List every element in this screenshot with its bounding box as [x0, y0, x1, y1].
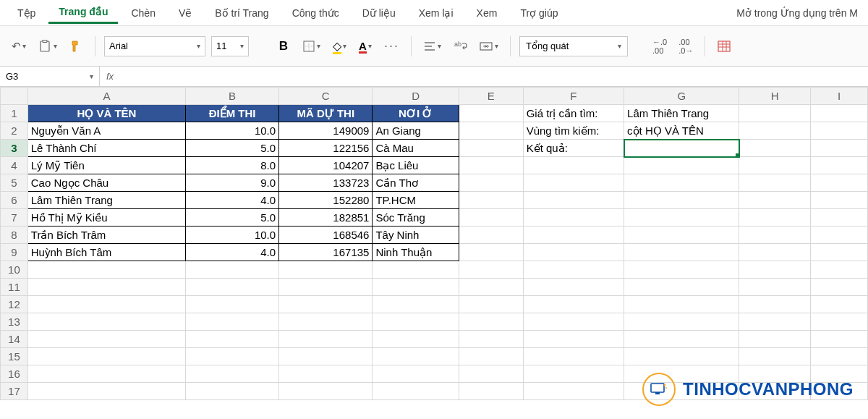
- cell-B16[interactable]: [186, 365, 279, 383]
- cell-E6[interactable]: [459, 192, 523, 209]
- row-header-5[interactable]: 5: [1, 174, 28, 192]
- cell-A5[interactable]: Cao Ngọc Châu: [27, 174, 185, 192]
- col-header-G[interactable]: G: [624, 88, 739, 105]
- cell-A7[interactable]: Hồ Thị Mỹ Kiều: [27, 209, 185, 227]
- cell-H10[interactable]: [739, 261, 811, 279]
- cell-I14[interactable]: [811, 331, 868, 348]
- cell-A17[interactable]: [27, 383, 185, 400]
- cell-E1[interactable]: [459, 105, 523, 122]
- more-font-button[interactable]: ···: [381, 35, 402, 58]
- cell-E5[interactable]: [459, 174, 523, 192]
- cell-H8[interactable]: [739, 227, 811, 244]
- cell-C5[interactable]: 133723: [279, 174, 373, 192]
- cell-F14[interactable]: [523, 331, 624, 348]
- tab-xem-lại[interactable]: Xem lại: [409, 3, 464, 23]
- cell-A2[interactable]: Nguyễn Văn A: [27, 122, 185, 140]
- row-header-17[interactable]: 17: [1, 383, 28, 400]
- open-in-app-link[interactable]: Mở trong Ứng dụng trên M: [736, 7, 861, 19]
- col-header-A[interactable]: A: [27, 88, 185, 105]
- cell-G15[interactable]: [624, 348, 739, 365]
- undo-button[interactable]: ↶▾: [9, 35, 29, 58]
- cell-C13[interactable]: [279, 313, 373, 331]
- cell-E14[interactable]: [459, 331, 523, 348]
- cell-I6[interactable]: [811, 192, 868, 209]
- cell-B9[interactable]: 4.0: [186, 244, 279, 261]
- cell-G11[interactable]: [624, 279, 739, 296]
- cell-D5[interactable]: Cần Thơ: [373, 174, 459, 192]
- tab-chèn[interactable]: Chèn: [121, 3, 165, 23]
- cell-D10[interactable]: [373, 261, 459, 279]
- cell-H6[interactable]: [739, 192, 811, 209]
- cell-B11[interactable]: [186, 279, 279, 296]
- cell-F10[interactable]: [523, 261, 624, 279]
- font-size-select[interactable]: 11▾: [211, 36, 249, 56]
- tab-trợ-giúp[interactable]: Trợ giúp: [510, 3, 568, 23]
- col-header-I[interactable]: I: [811, 88, 868, 105]
- cell-G14[interactable]: [624, 331, 739, 348]
- cell-G9[interactable]: [624, 244, 739, 261]
- cell-H3[interactable]: [739, 140, 811, 157]
- cell-C8[interactable]: 168546: [279, 227, 373, 244]
- cell-F4[interactable]: [523, 157, 624, 174]
- cell-F9[interactable]: [523, 244, 624, 261]
- cell-D4[interactable]: Bạc Liêu: [373, 157, 459, 174]
- font-name-select[interactable]: Arial▾: [104, 36, 205, 56]
- cell-F6[interactable]: [523, 192, 624, 209]
- align-button[interactable]: ▾: [420, 35, 444, 58]
- cell-F11[interactable]: [523, 279, 624, 296]
- font-color-button[interactable]: A▾: [355, 35, 375, 58]
- cell-I3[interactable]: [811, 140, 868, 157]
- cell-H2[interactable]: [739, 122, 811, 140]
- col-header-H[interactable]: H: [739, 88, 811, 105]
- cell-G12[interactable]: [624, 296, 739, 313]
- cell-F7[interactable]: [523, 209, 624, 227]
- row-header-15[interactable]: 15: [1, 348, 28, 365]
- wrap-text-button[interactable]: ab: [450, 35, 470, 58]
- cell-A13[interactable]: [27, 313, 185, 331]
- cell-D9[interactable]: Ninh Thuận: [373, 244, 459, 261]
- row-header-14[interactable]: 14: [1, 331, 28, 348]
- cell-B5[interactable]: 9.0: [186, 174, 279, 192]
- col-header-D[interactable]: D: [373, 88, 459, 105]
- cell-I15[interactable]: [811, 348, 868, 365]
- cell-B6[interactable]: 4.0: [186, 192, 279, 209]
- cell-C14[interactable]: [279, 331, 373, 348]
- cell-C6[interactable]: 152280: [279, 192, 373, 209]
- tab-bố-trí-trang[interactable]: Bố trí Trang: [205, 3, 278, 23]
- cell-G6[interactable]: [624, 192, 739, 209]
- cell-G3[interactable]: [624, 140, 739, 157]
- cell-H7[interactable]: [739, 209, 811, 227]
- cell-G8[interactable]: [624, 227, 739, 244]
- cell-G7[interactable]: [624, 209, 739, 227]
- col-header-B[interactable]: B: [186, 88, 279, 105]
- cell-E13[interactable]: [459, 313, 523, 331]
- cell-H13[interactable]: [739, 313, 811, 331]
- cell-A10[interactable]: [27, 261, 185, 279]
- decrease-decimal-button[interactable]: ←.0.00: [650, 35, 670, 58]
- cell-G13[interactable]: [624, 313, 739, 331]
- tab-vẽ[interactable]: Vẽ: [169, 3, 202, 23]
- cell-G1[interactable]: Lâm Thiên Trang: [624, 105, 739, 122]
- row-header-11[interactable]: 11: [1, 279, 28, 296]
- cell-G10[interactable]: [624, 261, 739, 279]
- cell-C10[interactable]: [279, 261, 373, 279]
- fill-color-button[interactable]: ◇▾: [329, 35, 349, 58]
- cell-E17[interactable]: [459, 383, 523, 400]
- cell-B2[interactable]: 10.0: [186, 122, 279, 140]
- number-format-select[interactable]: Tổng quát▾: [519, 36, 628, 56]
- cell-B8[interactable]: 10.0: [186, 227, 279, 244]
- cell-D12[interactable]: [373, 296, 459, 313]
- cell-B15[interactable]: [186, 348, 279, 365]
- row-header-16[interactable]: 16: [1, 365, 28, 383]
- cell-A12[interactable]: [27, 296, 185, 313]
- cell-G2[interactable]: cột HỌ VÀ TÊN: [624, 122, 739, 140]
- cell-D14[interactable]: [373, 331, 459, 348]
- cell-E12[interactable]: [459, 296, 523, 313]
- cell-F12[interactable]: [523, 296, 624, 313]
- cell-I9[interactable]: [811, 244, 868, 261]
- cell-C2[interactable]: 149009: [279, 122, 373, 140]
- cell-I10[interactable]: [811, 261, 868, 279]
- cell-D11[interactable]: [373, 279, 459, 296]
- cell-H9[interactable]: [739, 244, 811, 261]
- cell-E8[interactable]: [459, 227, 523, 244]
